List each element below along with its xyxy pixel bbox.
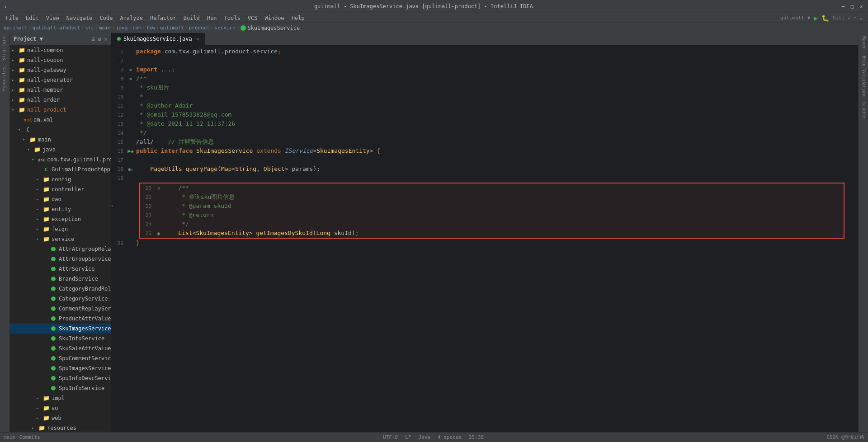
breadcrumb-product[interactable]: gulimall-product [33, 25, 80, 31]
close-button[interactable]: ✕ [858, 3, 864, 9]
breadcrumb-prod[interactable]: product [189, 25, 210, 31]
tree-item-pkg[interactable]: ▾ pkg com.txw.gulimall.product [10, 155, 111, 165]
breadcrumb-service[interactable]: service [215, 25, 236, 31]
fold-icon-3[interactable]: ≡ [129, 67, 132, 72]
tree-item-nall-gateway[interactable]: ▸ 📁 nall-gateway [10, 65, 111, 75]
tree-item-service-folder[interactable]: ▾ 📁 service [10, 234, 111, 244]
tree-item-ProductAttrValueService[interactable]: ProductAttrValueService [10, 314, 111, 324]
tree-item-CategoryService[interactable]: CategoryService [10, 294, 111, 304]
status-position[interactable]: 25:38 [469, 434, 484, 440]
tree-action-close[interactable]: ✕ [104, 36, 108, 42]
code-lines[interactable]: 1 package com.txw.gulimall.product.servi… [112, 45, 858, 432]
tree-item-vo[interactable]: ▸ 📁 vo [10, 403, 111, 413]
tab-close-icon[interactable]: ✕ [197, 37, 199, 42]
breadcrumb-gulimall2[interactable]: gulimall [160, 25, 184, 31]
maximize-button[interactable]: □ [849, 3, 855, 9]
tree-item-java[interactable]: ▾ 📁 java [10, 145, 111, 155]
menu-view[interactable]: View [42, 14, 63, 22]
menu-build[interactable]: Build [180, 14, 203, 22]
tree-item-nall-common[interactable]: ▸ 📁 nall-common [10, 45, 111, 55]
editor-area[interactable]: 1 package com.txw.gulimall.product.servi… [112, 45, 858, 432]
code-line-14: 14 */ [112, 128, 858, 137]
tree-item-nall-coupon[interactable]: ▸ 📁 nall-coupon [10, 55, 111, 65]
menu-edit[interactable]: Edit [22, 14, 42, 22]
tree-action-gear[interactable]: ⚙ [98, 36, 101, 42]
status-lf[interactable]: LF [405, 434, 411, 440]
tree-item-nall-order[interactable]: ▸ 📁 nall-order [10, 95, 111, 105]
breadcrumb-com[interactable]: com [132, 25, 142, 31]
code-line-25: 25 ◉ List<SkuImagesEntity> getImagesBySk… [140, 229, 844, 238]
tree-item-impl[interactable]: ▸ 📁 impl [10, 393, 111, 403]
fold-icon-8[interactable]: ≡ [129, 76, 132, 81]
menu-window[interactable]: Window [261, 14, 288, 22]
tree-item-CommentReplayService[interactable]: CommentReplayService [10, 304, 111, 314]
tree-item-exception[interactable]: ▸ 📁 exception [10, 214, 111, 224]
breadcrumb-src[interactable]: src [85, 25, 94, 31]
tree-item-BrandService[interactable]: BrandService [10, 274, 111, 284]
debug-button[interactable]: 🐛 [821, 14, 829, 22]
tree-item-nall-member[interactable]: ▸ 📁 nall-member [10, 85, 111, 95]
status-encoding[interactable]: UTF-8 [383, 434, 398, 440]
code-line-23: 23 * @return [140, 211, 844, 220]
status-indent[interactable]: 4 spaces [438, 434, 462, 440]
tree-item-SkuInfoService[interactable]: SkuInfoService [10, 334, 111, 343]
tree-action-1[interactable]: ≡ [92, 36, 95, 42]
tree-item-SpuImagesService[interactable]: SpuImagesService [10, 363, 111, 373]
tree-item-AttrAtrgroupRelationService[interactable]: AttrAtrgroupRelationService [10, 244, 111, 254]
maven-tab[interactable]: Maven [859, 33, 868, 52]
status-lang[interactable]: Java [418, 434, 430, 440]
tree-item-resources[interactable]: ▸ 📁 resources [10, 423, 111, 432]
fold-icon-20[interactable]: ≡ [157, 186, 160, 191]
tree-item-feign[interactable]: ▸ 📁 feign [10, 224, 111, 234]
menu-refactor[interactable]: Refactor [146, 14, 180, 22]
tree-item-SkuSaleAttrValueService[interactable]: SkuSaleAttrValueService [10, 343, 111, 353]
breadcrumb-java[interactable]: java [116, 25, 128, 31]
minimize-button[interactable]: ─ [840, 3, 846, 9]
window-controls[interactable]: ─ □ ✕ [840, 3, 864, 9]
menu-tools[interactable]: Tools [221, 14, 244, 22]
breadcrumb-gulimall[interactable]: gulimall [4, 25, 28, 31]
bean-validation-tab[interactable]: Bean Validation [859, 53, 868, 99]
tree-item-SpuCommentService[interactable]: SpuCommentService [10, 353, 111, 363]
tree-item-AttrGroupService[interactable]: AttrGroupService [10, 254, 111, 264]
menu-file[interactable]: File [2, 14, 22, 22]
tree-item-entity[interactable]: ▸ 📁 entity [10, 204, 111, 214]
tree-item-main[interactable]: ▾ 📁 main [10, 135, 111, 145]
menu-vcs[interactable]: VCS [244, 14, 261, 22]
tree-item-pom[interactable]: xml om.xml [10, 115, 111, 125]
run-button[interactable]: ▶ [814, 14, 817, 22]
line-num-8: 8 [112, 76, 125, 82]
menu-code[interactable]: Code [96, 14, 117, 22]
menu-analyze[interactable]: Analyze [116, 14, 146, 22]
status-commits[interactable]: Commits [19, 434, 40, 440]
bookmark-icon-16[interactable]: ◉ [131, 149, 134, 154]
tab-skuimagesservice[interactable]: SkuImagesService.java ✕ [112, 33, 205, 45]
breadcrumb-txw[interactable]: txw [146, 25, 155, 31]
tree-item-app[interactable]: C GulimallProductApplication [10, 165, 111, 174]
tree-item-web[interactable]: ▸ 📁 web [10, 413, 111, 423]
tree-item-AttrService[interactable]: AttrService [10, 264, 111, 274]
gradle-tab[interactable]: Gradle [859, 99, 868, 121]
tree-item-dao[interactable]: ▸ 📁 dao [10, 194, 111, 204]
tree-item-CategoryBrandRelationService[interactable]: CategoryBrandRelationService [10, 284, 111, 294]
service-class-icon [241, 25, 246, 31]
code-line-10: 10 * [112, 92, 858, 101]
tree-item-SpuInfoDescService[interactable]: SpuInfoDescService [10, 373, 111, 383]
run-icon-18[interactable]: ▷ [131, 167, 133, 172]
status-main[interactable]: main [4, 434, 16, 440]
tree-item-SpuInfoService[interactable]: SpuInfoService [10, 383, 111, 393]
tree-item-controller[interactable]: ▸ 📁 controller [10, 184, 111, 194]
structure-tab[interactable]: Structure [0, 33, 9, 63]
tree-item-SkuImagesService[interactable]: SkuImagesService [10, 324, 111, 334]
tree-item-config[interactable]: ▸ 📁 config [10, 174, 111, 184]
favorites-tab[interactable]: Favorites [0, 64, 9, 94]
tree-item-nall-product[interactable]: ▾ 📁 nall-product [10, 105, 111, 115]
tree-item-c-folder[interactable]: ▾ C [10, 125, 111, 135]
line-code-1: package com.txw.gulimall.product.service… [136, 47, 858, 56]
menu-run[interactable]: Run [203, 14, 221, 22]
tree-item-nall-generator[interactable]: ▸ 📁 nall-generator [10, 75, 111, 85]
menu-navigate[interactable]: Navigate [63, 14, 96, 22]
run-icon-16[interactable]: ▶ [127, 148, 131, 154]
menu-help[interactable]: Help [288, 14, 308, 22]
breadcrumb-main[interactable]: main [99, 25, 111, 31]
